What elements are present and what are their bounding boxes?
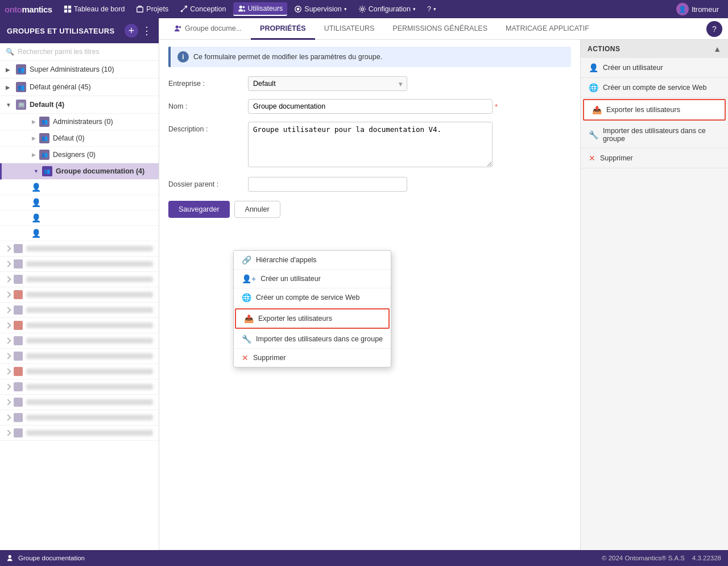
nav-supervision[interactable]: Supervision ▾	[289, 3, 351, 15]
chevron-right-icon: ▶	[32, 135, 36, 141]
help-button[interactable]: ?	[706, 21, 722, 37]
form-row-nom: Nom : *	[168, 99, 571, 114]
nav-help[interactable]: ? ▾	[423, 3, 441, 15]
content-actions-wrapper: i Ce formulaire permet de modifier les p…	[159, 40, 728, 550]
bottom-bar: Groupe documentation © 2024 Ontomantics®…	[0, 550, 728, 566]
context-menu-exporter[interactable]: 📤 Exporter les utilisateurs	[235, 308, 390, 329]
sidebar-blurred-row-12	[0, 410, 159, 425]
topnav: ontomantics Tableau de bord Projets Conc…	[0, 0, 728, 18]
entreprise-select-wrapper: Default	[248, 76, 407, 91]
svg-rect-0	[64, 6, 67, 9]
action-importer[interactable]: 🔧 Importer des utilisateurs dans ce grou…	[581, 122, 728, 148]
sidebar-user-item-2[interactable]: 👤	[0, 195, 159, 210]
info-icon: i	[177, 51, 189, 63]
action-exporter[interactable]: 📤 Exporter les utilisateurs	[583, 99, 726, 121]
tab-matricage-applicatif[interactable]: MATRICAGE APPLICATIF	[497, 18, 598, 40]
tab-utilisateurs[interactable]: UTILISATEURS	[315, 18, 384, 40]
sidebar-item-designers[interactable]: ▶ 👥 Designers (0)	[0, 147, 159, 163]
svg-point-5	[181, 10, 183, 13]
action-service-web[interactable]: 🌐 Créer un compte de service Web	[581, 78, 728, 98]
user-icon: 👤	[31, 229, 41, 238]
context-menu-creer-utilisateur[interactable]: 👤+ Créer un utilisateur	[234, 270, 391, 288]
sidebar-blurred-row-2	[0, 257, 159, 272]
main-layout: GROUPES ET UTILISATEURS + ⋮ 🔍 Rechercher…	[0, 18, 728, 550]
svg-point-6	[239, 6, 242, 9]
bottom-group-icon	[7, 554, 15, 562]
sidebar-item-administrateurs[interactable]: ▶ 👥 Administrateurs (0)	[0, 114, 159, 130]
tab-groupe-docume[interactable]: Groupe docume...	[165, 18, 251, 40]
sidebar-item-super-admin[interactable]: ▶ 👥 Super Administrateurs (10)	[0, 61, 159, 79]
add-group-button[interactable]: +	[125, 24, 138, 38]
sidebar-user-item-4[interactable]: 👤	[0, 226, 159, 241]
sidebar-blurred-row-6	[0, 318, 159, 333]
import-icon: 🔧	[242, 334, 251, 344]
form-row-dossier: Dossier parent :	[168, 177, 571, 192]
create-user-icon: 👤+	[242, 274, 256, 283]
user-avatar: 👤	[676, 3, 689, 15]
main-content: Groupe docume... PROPRIÉTÉS UTILISATEURS…	[159, 18, 728, 550]
group-icon: 👥	[16, 82, 26, 92]
sidebar-search-bar[interactable]: 🔍 Rechercher parmi les titres	[0, 43, 159, 61]
form-area: i Ce formulaire permet de modifier les p…	[159, 40, 580, 550]
nom-input[interactable]	[248, 99, 493, 114]
context-menu-hierarchie[interactable]: 🔗 Hiérarchie d'appels	[234, 251, 391, 270]
context-menu: 🔗 Hiérarchie d'appels 👤+ Créer un utilis…	[233, 250, 391, 367]
sidebar-blurred-row-4	[0, 287, 159, 303]
sidebar-item-default[interactable]: ▼ 🏢 Default (4)	[0, 96, 159, 114]
description-textarea[interactable]: Groupe utilisateur pour la documentation…	[248, 122, 493, 167]
action-supprimer[interactable]: ✕ Supprimer	[581, 148, 728, 168]
sidebar-item-groupe-documentation[interactable]: ▼ 👥 Groupe documentation (4)	[0, 163, 159, 180]
nav-projets[interactable]: Projets	[131, 3, 173, 15]
form-row-entreprise: Entreprise : Default	[168, 76, 571, 91]
svg-rect-3	[68, 10, 71, 13]
group-icon: 👥	[39, 150, 49, 160]
actions-header: ACTIONS ▲	[581, 40, 728, 58]
supervision-icon	[294, 5, 302, 13]
nav-conception[interactable]: Conception	[175, 3, 230, 15]
user-menu[interactable]: 👤 ltromeur	[672, 1, 723, 18]
sidebar-blurred-row-10	[0, 379, 159, 395]
sidebar-item-defaut-general[interactable]: ▶ 👥 Défaut général (45)	[0, 79, 159, 96]
sidebar-user-item-3[interactable]: 👤	[0, 210, 159, 226]
building-icon: 🏢	[16, 100, 26, 110]
conception-icon	[180, 5, 188, 13]
sidebar-user-item-1[interactable]: 👤	[0, 180, 159, 195]
context-menu-importer[interactable]: 🔧 Importer des utilisateurs dans ce grou…	[234, 330, 391, 349]
cancel-button[interactable]: Annuler	[234, 201, 280, 218]
group-icon: 👥	[16, 64, 26, 75]
more-options-button[interactable]: ⋮	[142, 24, 152, 37]
users-icon	[238, 5, 246, 13]
group-icon: 👥	[42, 166, 52, 176]
svg-point-7	[242, 6, 245, 9]
app-logo[interactable]: ontomantics	[5, 5, 52, 14]
actions-collapse-button[interactable]: ▲	[713, 44, 721, 53]
svg-point-13	[9, 555, 11, 558]
dossier-input[interactable]	[248, 177, 407, 192]
context-menu-supprimer[interactable]: ✕ Supprimer	[234, 349, 391, 367]
required-star: *	[495, 102, 498, 111]
tab-permissions-generales[interactable]: PERMISSIONS GÉNÉRALES	[383, 18, 497, 40]
entreprise-label: Entreprise :	[168, 76, 242, 88]
nav-utilisateurs[interactable]: Utilisateurs	[233, 2, 288, 16]
sidebar-blurred-row-8	[0, 349, 159, 364]
sidebar-header: GROUPES ET UTILISATEURS + ⋮	[0, 18, 159, 43]
nav-configuration[interactable]: Configuration ▾	[354, 3, 420, 15]
action-creer-utilisateur[interactable]: 👤 Créer un utilisateur	[581, 58, 728, 78]
context-menu-service-web[interactable]: 🌐 Créer un compte de service Web	[234, 288, 391, 307]
entreprise-select[interactable]: Default	[248, 76, 407, 91]
projects-icon	[136, 5, 144, 13]
svg-point-10	[361, 8, 363, 10]
chevron-right-icon: ▶	[32, 152, 36, 158]
sidebar-item-defaut[interactable]: ▶ 👥 Défaut (0)	[0, 130, 159, 147]
hierarchy-icon: 🔗	[242, 255, 251, 265]
sidebar-content: ▶ 👥 Super Administrateurs (10) ▶ 👥 Défau…	[0, 61, 159, 550]
group-tab-icon	[174, 24, 182, 32]
sidebar-blurred-row-1	[0, 241, 159, 257]
nav-tableau-de-bord[interactable]: Tableau de bord	[59, 3, 130, 15]
tab-proprietes[interactable]: PROPRIÉTÉS	[251, 18, 315, 40]
svg-rect-2	[64, 10, 67, 13]
actions-panel: ACTIONS ▲ 👤 Créer un utilisateur 🌐 Créer…	[580, 40, 728, 550]
save-button[interactable]: Sauvegarder	[168, 201, 230, 218]
form-actions: Sauvegarder Annuler	[168, 201, 571, 218]
delete-icon: ✕	[242, 353, 249, 362]
